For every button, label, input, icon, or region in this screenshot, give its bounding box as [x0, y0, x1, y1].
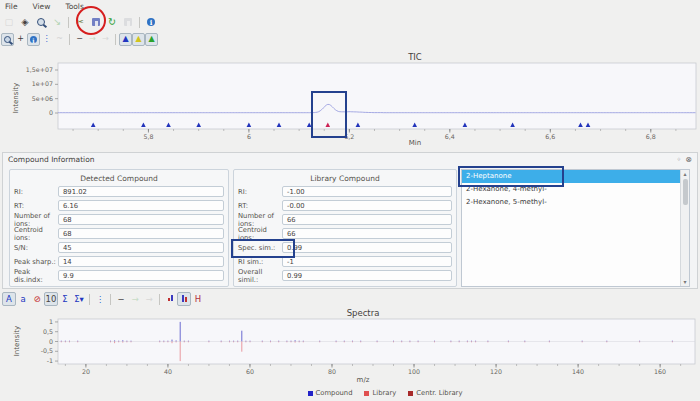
view-centroid-button[interactable] — [163, 292, 177, 306]
field-label: RI: — [238, 188, 282, 196]
field-row: Centroid ions: 68 — [14, 228, 224, 239]
labels-small-button[interactable]: a — [16, 292, 30, 306]
detected-peak-discrimination-field[interactable]: 9.9 — [58, 270, 224, 281]
tic-x-axis-label: Min — [130, 139, 700, 147]
field-row: RT: -0.00 — [238, 200, 452, 211]
svg-text:100: 100 — [408, 368, 420, 375]
field-row: Overall simil.: 0.99 — [238, 270, 452, 281]
sum-button[interactable]: Σ — [58, 292, 72, 306]
main-toolbar-row1: ▢◈↘ ✂↻ — [1, 13, 159, 31]
detected-peak-sharpness-field[interactable]: 14 — [58, 256, 224, 267]
hit-2-heptanone[interactable]: 2-Heptanone — [462, 170, 689, 183]
library-hits-list: 2-Heptanone 2-Hexanone, 4-methyl- 2-Hexa… — [461, 169, 690, 287]
zoom-reset-button[interactable] — [33, 14, 49, 30]
legend-item: Compound — [308, 389, 353, 397]
library-centroid-ions-field[interactable]: 66 — [282, 228, 452, 239]
labels-large-button[interactable]: A — [2, 292, 16, 306]
legend-swatch-icon — [308, 391, 313, 396]
spectra-next-button[interactable]: → — [142, 292, 156, 306]
peaks-blue-toggle[interactable]: ▲ — [119, 33, 132, 46]
toolbar-separator — [89, 294, 90, 305]
view-profile-button[interactable] — [177, 292, 191, 306]
menu-file[interactable]: File — [5, 2, 18, 11]
panel-close-icon[interactable]: ⊗ — [685, 155, 692, 165]
hit-2-hexanone-4-methyl[interactable]: 2-Hexanone, 4-methyl- — [462, 183, 689, 196]
field-row: RI sim.: -1 — [238, 256, 452, 267]
import-button[interactable]: ↘ — [49, 14, 65, 30]
library-overall-sim-field[interactable]: 0.99 — [282, 270, 452, 281]
library-ri-field[interactable]: -1.00 — [282, 186, 452, 197]
field-row: Peak sharp.: 14 — [14, 256, 224, 267]
baseline-button[interactable]: − — [73, 33, 86, 46]
spectra-baseline-button[interactable]: − — [114, 292, 128, 306]
spectra-x-axis-label: m/z — [26, 376, 700, 384]
toolbar-separator — [139, 17, 140, 28]
svg-text:160: 160 — [654, 368, 666, 375]
spectra-legend: Compound Library Centr. Library — [0, 387, 700, 399]
svg-text:40: 40 — [164, 368, 172, 375]
spectra-plot-area[interactable]: 10,50-0,5-120406080100120140160 — [0, 307, 700, 386]
sum-selected-button[interactable]: Σ▾ — [72, 292, 86, 306]
cut-button[interactable]: ✂ — [72, 14, 88, 30]
peaks-green-toggle[interactable]: ▲ — [145, 33, 158, 46]
detected-number-of-ions-field[interactable]: 68 — [58, 214, 224, 225]
legend-item: Centr. Library — [408, 389, 462, 397]
field-label: RT: — [238, 202, 282, 210]
library-number-of-ions-field[interactable]: 66 — [282, 214, 452, 225]
application-window: File View Tools ▢◈↘ ✂↻ +⋮~ −→→ ▲▲▲ TIC I… — [0, 0, 700, 401]
about-button[interactable] — [143, 14, 159, 30]
field-row: S/N: 45 — [14, 242, 224, 253]
menu-tools[interactable]: Tools — [65, 2, 83, 11]
save-button[interactable] — [88, 14, 104, 30]
next-peak-button[interactable]: → — [99, 33, 112, 46]
spectra-options-button[interactable]: ⋮ — [93, 292, 107, 306]
view-mirror-button[interactable]: H — [191, 292, 205, 306]
detected-rt-field[interactable]: 6.16 — [58, 200, 224, 211]
scroll-up-icon[interactable]: ▴ — [683, 170, 686, 178]
labels-off-button[interactable]: ⊘ — [30, 292, 44, 306]
zoom-mode-button[interactable] — [1, 33, 14, 46]
hits-scrollbar[interactable]: ▴ ▾ — [680, 170, 689, 286]
toolbar-separator — [159, 294, 160, 305]
refresh-button[interactable]: ↻ — [104, 14, 120, 30]
tic-plot-area[interactable]: 05e+061e+071,5e+075,866,26,46,66,8 — [0, 50, 700, 150]
library-ri-sim-field[interactable]: -1 — [282, 256, 452, 267]
svg-text:-0,5: -0,5 — [41, 347, 53, 354]
field-row: Number of ions: 68 — [14, 214, 224, 225]
legend-swatch-icon — [408, 391, 413, 396]
library-compound-title: Library Compound — [234, 170, 456, 184]
svg-text:1e+07: 1e+07 — [32, 80, 53, 87]
detected-sn-field[interactable]: 45 — [58, 242, 224, 253]
menu-view[interactable]: View — [33, 2, 51, 11]
svg-text:120: 120 — [490, 368, 502, 375]
new-button[interactable]: ▢ — [1, 14, 17, 30]
legend-label: Library — [372, 389, 396, 397]
prev-peak-button[interactable]: → — [86, 33, 99, 46]
smooth-button[interactable]: ~ — [53, 33, 66, 46]
svg-text:0: 0 — [49, 338, 53, 345]
main-toolbar-row2: +⋮~ −→→ ▲▲▲ — [1, 31, 158, 47]
library-rt-field[interactable]: -0.00 — [282, 200, 452, 211]
library-spec-sim-field[interactable]: 0.99 — [282, 242, 452, 253]
panel-pin-icon[interactable]: ◦ — [677, 155, 682, 165]
open-button[interactable]: ◈ — [17, 14, 33, 30]
options-button[interactable]: ⋮ — [40, 33, 53, 46]
hit-2-hexanone-5-methyl[interactable]: 2-Hexanone, 5-methyl- — [462, 196, 689, 209]
field-label: RT: — [14, 202, 58, 210]
detected-centroid-ions-field[interactable]: 68 — [58, 228, 224, 239]
spectra-chart-section: Spectra Intensity 10,50-0,5-120406080100… — [0, 307, 700, 386]
detected-ri-field[interactable]: 891.02 — [58, 186, 224, 197]
field-row: Centroid ions: 66 — [238, 228, 452, 239]
top-ions-button[interactable]: 10 — [44, 292, 58, 306]
save-all-button[interactable] — [120, 14, 136, 30]
svg-text:80: 80 — [328, 368, 336, 375]
spectra-prev-button[interactable]: → — [128, 292, 142, 306]
scroll-down-icon[interactable]: ▾ — [683, 278, 686, 286]
field-row: Number of ions: 66 — [238, 214, 452, 225]
scrollbar-thumb[interactable] — [683, 179, 688, 205]
svg-text:1,5e+07: 1,5e+07 — [26, 66, 53, 73]
info-mode-button[interactable] — [27, 33, 40, 46]
toolbar-separator — [115, 34, 116, 45]
pan-mode-button[interactable]: + — [14, 33, 27, 46]
peaks-yellow-toggle[interactable]: ▲ — [132, 33, 145, 46]
